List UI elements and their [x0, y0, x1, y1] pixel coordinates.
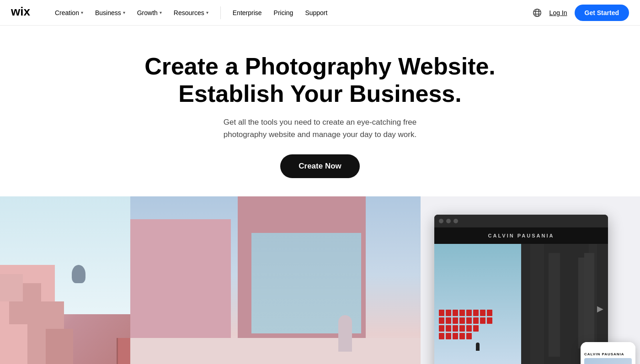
- right-arrow-icon: ▶: [597, 304, 603, 314]
- chevron-down-icon: ▾: [160, 10, 162, 15]
- get-started-button[interactable]: Get Started: [575, 5, 629, 21]
- mobile-content: CALVIN PAUSANIA: [581, 349, 635, 364]
- nav-item-growth[interactable]: Growth ▾: [133, 6, 166, 19]
- svg-point-1: [533, 9, 541, 16]
- logo[interactable]: wix: [11, 5, 37, 20]
- globe-icon[interactable]: [532, 8, 542, 18]
- hero-section: Create a Photography Website. Establish …: [0, 26, 640, 196]
- svg-text:wix: wix: [11, 5, 30, 18]
- browser-mockup: CALVIN PAUSANIA: [434, 215, 608, 364]
- login-link[interactable]: Log In: [549, 9, 567, 16]
- chevron-down-icon: ▾: [81, 10, 83, 15]
- navbar: wix Creation ▾ Business ▾ Growth ▾ Resou…: [0, 0, 640, 26]
- maze-figure: [476, 343, 480, 351]
- browser-dot-1: [439, 219, 443, 223]
- mobile-site-name: CALVIN PAUSANIA: [584, 352, 632, 356]
- center-art: [130, 196, 421, 364]
- images-section: CALVIN PAUSANIA: [0, 196, 640, 364]
- browser-top-bar: CALVIN PAUSANIA: [434, 227, 608, 244]
- browser-content: CALVIN PAUSANIA: [434, 227, 608, 364]
- nav-item-support[interactable]: Support: [300, 6, 332, 19]
- mobile-status-bar: [581, 342, 635, 349]
- left-art: [0, 196, 130, 364]
- browser-dot-3: [453, 219, 458, 223]
- left-image: [0, 196, 130, 364]
- nav-item-resources[interactable]: Resources ▾: [169, 6, 213, 19]
- svg-point-2: [535, 9, 539, 16]
- nav-divider: [220, 6, 221, 19]
- mobile-image: [584, 358, 632, 364]
- nav-item-business[interactable]: Business ▾: [91, 6, 130, 19]
- right-panel: CALVIN PAUSANIA: [421, 196, 640, 364]
- nav-item-creation[interactable]: Creation ▾: [50, 6, 88, 19]
- nav-item-enterprise[interactable]: Enterprise: [228, 6, 267, 19]
- nav-main: Creation ▾ Business ▾ Growth ▾ Resources…: [50, 6, 532, 19]
- browser-dot-2: [446, 219, 451, 223]
- browser-left-img: [434, 244, 521, 364]
- navbar-right: Log In Get Started: [532, 5, 629, 21]
- hero-title: Create a Photography Website. Establish …: [142, 53, 498, 108]
- maze-grid: [439, 310, 517, 364]
- nav-item-pricing[interactable]: Pricing: [269, 6, 298, 19]
- browser-bar: [434, 215, 608, 227]
- mobile-mockup: CALVIN PAUSANIA: [581, 342, 635, 364]
- hero-subtitle: Get all the tools you need to create an …: [210, 116, 430, 141]
- center-image: [130, 196, 421, 364]
- chevron-down-icon: ▾: [206, 10, 208, 15]
- create-now-button[interactable]: Create Now: [280, 154, 360, 178]
- browser-site-name: CALVIN PAUSANIA: [488, 233, 555, 238]
- chevron-down-icon: ▾: [123, 10, 125, 15]
